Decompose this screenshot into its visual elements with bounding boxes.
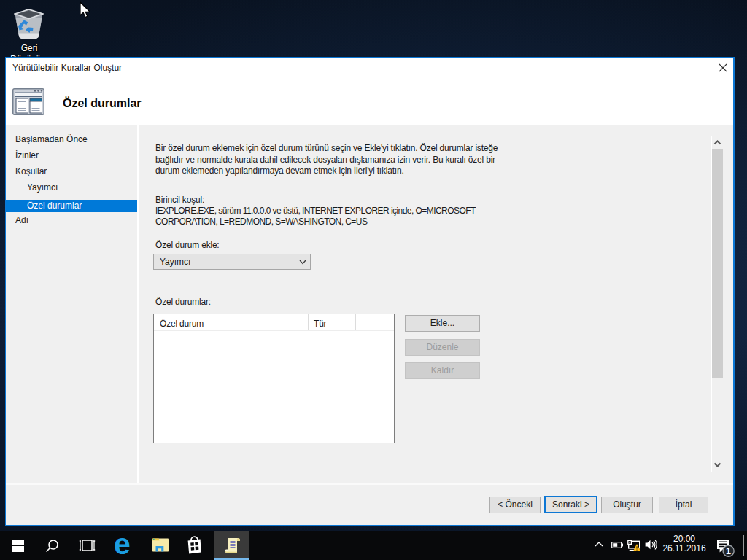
svg-text:1: 1	[726, 546, 731, 556]
